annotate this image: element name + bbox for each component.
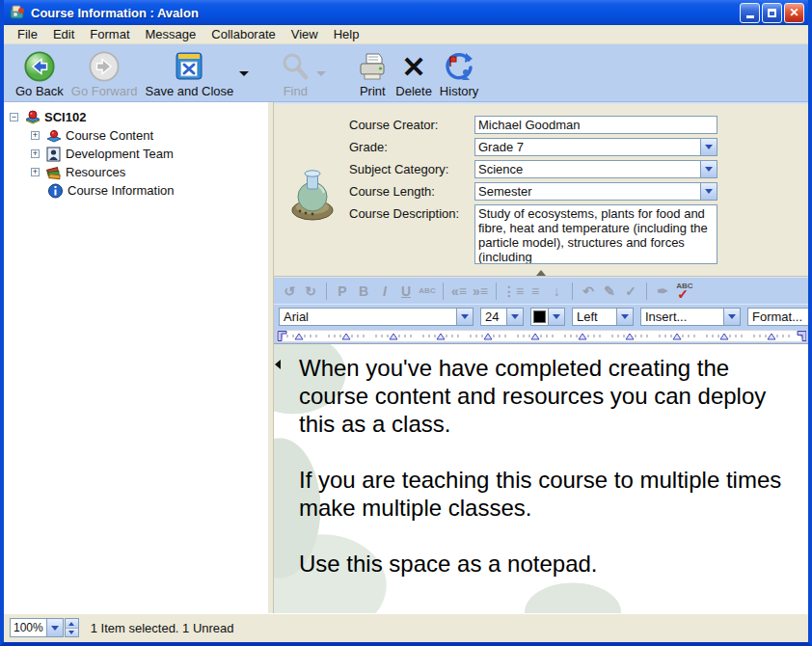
ruler[interactable]: [274, 328, 808, 343]
subject-category-select[interactable]: Science: [474, 160, 717, 178]
form-editor-splitter[interactable]: [274, 270, 808, 277]
signature-icon[interactable]: ✒: [653, 282, 672, 301]
tree-item-label: Development Team: [66, 147, 174, 161]
pencil-icon[interactable]: ✎: [600, 282, 619, 301]
separator: [646, 283, 647, 300]
menu-message[interactable]: Message: [138, 25, 204, 43]
go-forward-button[interactable]: Go Forward: [68, 48, 142, 98]
tree-item-label: Resources: [66, 165, 125, 179]
tree-item-resources[interactable]: + Resources: [31, 163, 268, 181]
history-button[interactable]: History: [436, 48, 482, 98]
go-back-button[interactable]: Go Back: [12, 48, 68, 98]
format-value: Format...: [748, 310, 808, 324]
numbered-list-icon[interactable]: ≡: [526, 282, 545, 301]
font-toolbar: Arial 24 Left Insert...: [274, 304, 808, 328]
subject-category-value: Science: [475, 162, 700, 176]
spellcheck-check-icon: ✓: [677, 286, 689, 302]
status-message: 1 Item selected. 1 Unread: [91, 621, 234, 635]
menu-format[interactable]: Format: [82, 25, 137, 43]
bullet-list-icon[interactable]: ⋮≡: [502, 282, 524, 301]
subject-category-label: Subject Category:: [349, 160, 474, 176]
editor-text: When you've have completed creating the …: [274, 344, 808, 578]
history-label: History: [440, 84, 478, 98]
chevron-down-icon[interactable]: [548, 309, 564, 325]
font-size-select[interactable]: 24: [480, 308, 524, 326]
chevron-down-icon[interactable]: [46, 619, 63, 636]
menu-view[interactable]: View: [284, 25, 326, 43]
bold-icon[interactable]: B: [354, 282, 373, 301]
go-back-label: Go Back: [15, 84, 64, 98]
field-course-description: Course Description: Study of ecosystems,…: [349, 204, 717, 264]
tree-item-sci102[interactable]: − SCI102: [10, 108, 268, 126]
chevron-down-icon[interactable]: [700, 183, 717, 200]
brush-icon[interactable]: ✓: [621, 282, 640, 301]
course-description-input[interactable]: Study of ecosystems, plants for food and…: [474, 204, 717, 264]
find-dropdown-button[interactable]: [314, 48, 328, 98]
minimize-button[interactable]: [740, 3, 760, 23]
superscript-icon[interactable]: ABC: [418, 282, 437, 301]
tree-item-course-information[interactable]: Course Information: [31, 181, 268, 200]
go-back-icon: [23, 50, 56, 83]
grade-select[interactable]: Grade 7: [474, 138, 717, 156]
find-button[interactable]: Find: [276, 48, 314, 98]
menu-edit[interactable]: Edit: [45, 25, 82, 43]
italic-icon[interactable]: I: [375, 282, 394, 301]
expand-expander-icon[interactable]: +: [31, 149, 40, 158]
font-color-select[interactable]: [530, 308, 565, 326]
notes-editor[interactable]: When you've have completed creating the …: [274, 343, 808, 613]
menu-collaborate[interactable]: Collaborate: [203, 25, 284, 43]
spellcheck-button[interactable]: ABC ✓: [674, 282, 695, 301]
chevron-down-icon[interactable]: [506, 309, 523, 325]
chevron-down-icon[interactable]: [700, 139, 717, 155]
menu-file[interactable]: File: [10, 25, 45, 43]
close-button[interactable]: ✕: [784, 3, 804, 23]
delete-icon: ✕: [402, 53, 426, 82]
print-button[interactable]: Print: [353, 48, 392, 98]
expand-expander-icon[interactable]: +: [31, 168, 40, 176]
course-description-label: Course Description:: [349, 204, 474, 221]
redo-icon[interactable]: ↻: [301, 282, 320, 301]
align-select[interactable]: Left: [572, 308, 634, 326]
save-dropdown-button[interactable]: [237, 48, 251, 98]
spin-up-icon[interactable]: [66, 619, 78, 628]
revert-icon[interactable]: ↶: [579, 282, 598, 301]
indent-icon[interactable]: »≡: [471, 282, 490, 301]
plain-style-icon[interactable]: P: [333, 282, 352, 301]
grade-label: Grade:: [349, 138, 474, 154]
collapse-expander-icon[interactable]: −: [10, 113, 18, 121]
zoom-control[interactable]: 100%: [10, 618, 64, 637]
tree-item-development-team[interactable]: + Development Team: [31, 145, 268, 163]
course-length-select[interactable]: Semester: [474, 182, 717, 201]
collapse-left-icon[interactable]: [275, 360, 281, 369]
insert-select[interactable]: Insert...: [640, 308, 741, 326]
save-and-close-button[interactable]: Save and Close: [142, 48, 238, 98]
app-window: Course Information : Avalon ✕ File Edit …: [0, 0, 812, 646]
outdent-icon[interactable]: «≡: [449, 282, 469, 301]
spin-down-icon[interactable]: [66, 628, 78, 636]
app-icon: [10, 5, 26, 20]
separator: [326, 283, 327, 300]
menu-help[interactable]: Help: [326, 25, 367, 43]
chevron-down-icon[interactable]: [700, 161, 717, 177]
undo-icon[interactable]: ↺: [280, 282, 299, 301]
development-team-icon: [45, 147, 62, 162]
close-icon: ✕: [789, 7, 798, 18]
delete-button[interactable]: ✕ Delete: [392, 48, 436, 98]
title-bar: Course Information : Avalon ✕: [4, 0, 808, 25]
insert-marker-icon[interactable]: ↓: [547, 282, 566, 301]
maximize-button[interactable]: [762, 3, 782, 23]
format-select[interactable]: Format...: [747, 308, 808, 326]
underline-icon[interactable]: U: [396, 282, 416, 301]
zoom-spinner[interactable]: [65, 618, 79, 637]
expand-expander-icon[interactable]: +: [31, 131, 40, 140]
minimize-icon: [746, 15, 754, 18]
tree-item-course-content[interactable]: + Course Content: [31, 126, 268, 145]
chevron-down-icon: [239, 71, 249, 76]
chevron-down-icon[interactable]: [456, 309, 473, 325]
course-tree: − SCI102 + Course Content +: [4, 102, 268, 613]
font-family-select[interactable]: Arial: [279, 308, 474, 326]
course-creator-input[interactable]: [474, 116, 717, 134]
chevron-down-icon[interactable]: [723, 309, 740, 325]
chevron-down-icon[interactable]: [616, 309, 633, 325]
separator: [443, 283, 444, 300]
